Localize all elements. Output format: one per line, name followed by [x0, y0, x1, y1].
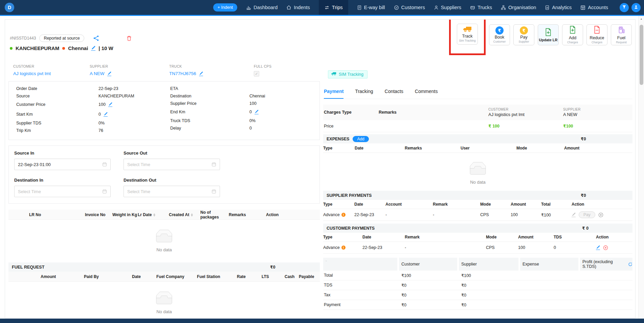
- nav-item-organisation[interactable]: Organisation: [501, 0, 536, 15]
- source-out-field: Source Out Select Time: [124, 151, 220, 170]
- add-expense-button[interactable]: Add: [353, 136, 369, 142]
- sp-row-amount: 100: [511, 212, 541, 217]
- summary-total-supplier: ₹100: [459, 273, 518, 278]
- nav-label: Analytics: [552, 5, 572, 10]
- cancel-customer-payment-icon[interactable]: [603, 245, 608, 250]
- tab-comments[interactable]: Comments: [415, 89, 438, 99]
- share-icon[interactable]: [93, 35, 99, 41]
- scrollbar-thumb[interactable]: [640, 25, 643, 85]
- nav-item-dashboard[interactable]: Dashboard: [246, 0, 277, 15]
- created-at-header[interactable]: Created At: [169, 212, 200, 217]
- summary-tds-supplier: ₹0: [459, 283, 518, 288]
- destination-in-input[interactable]: Select Time: [14, 186, 111, 197]
- tab-tracking[interactable]: Tracking: [355, 89, 373, 99]
- cp-row-amount: 100: [518, 245, 554, 250]
- source-out-input[interactable]: Select Time: [124, 159, 220, 170]
- track-button[interactable]: Track Sim Tracking: [457, 24, 478, 45]
- exp-mode-header: Mode: [516, 146, 564, 151]
- fuel-pump-purple-icon: [618, 26, 625, 35]
- cp-tds-header: TDS: [554, 235, 596, 239]
- document-minus-red-icon: [593, 26, 601, 35]
- add-indent-button[interactable]: + Indent: [213, 3, 238, 11]
- edit-customer-payment-icon[interactable]: [596, 245, 600, 250]
- source-in-input[interactable]: 22-Sep-23 01:00: [14, 159, 111, 170]
- supplier-link[interactable]: A NEW: [90, 71, 105, 76]
- sp-row-account: -: [385, 212, 433, 217]
- sp-row-date: 22-Sep-23: [354, 212, 385, 217]
- no-data-text: No data: [470, 180, 486, 185]
- cancel-supplier-payment-icon[interactable]: [598, 212, 603, 217]
- sort-icon[interactable]: [153, 213, 155, 217]
- tab-payment[interactable]: Payment: [324, 89, 343, 99]
- rupee-circle-yellow-icon: ₹: [520, 26, 528, 34]
- document-plus-green-icon: [569, 26, 576, 35]
- lr-no-header: LR No: [8, 212, 85, 217]
- source-in-field: Source In 22-Sep-23 01:00: [14, 151, 111, 170]
- company-avatar[interactable]: D: [5, 3, 14, 12]
- track-label: Track: [462, 34, 473, 39]
- full-cps-checkbox[interactable]: ✓: [254, 71, 259, 76]
- nav-item-eway-bill[interactable]: E-way bill: [357, 0, 385, 15]
- person-icon: [434, 5, 439, 10]
- edit-customer-price-icon[interactable]: [108, 102, 112, 107]
- nav-item-suppliers[interactable]: Suppliers: [434, 0, 461, 15]
- sim-tracking-label: SIM Tracking: [339, 72, 363, 77]
- sp-row-remark: -: [433, 212, 480, 217]
- fuel-lts-header: LTS: [262, 274, 285, 279]
- profile-button[interactable]: [631, 3, 641, 12]
- cp-row-remark: -: [405, 245, 486, 250]
- edit-route-icon[interactable]: [91, 46, 95, 51]
- fuel-request-button[interactable]: Fuel Request: [611, 24, 632, 45]
- payment-tabs: Payment Tracking Contacts Comments: [323, 89, 632, 99]
- edit-supplier-icon[interactable]: [107, 71, 111, 76]
- source-out-placeholder: Select Time: [127, 162, 212, 167]
- destination-in-field: Destination In Select Time: [14, 178, 111, 197]
- delete-trip-icon[interactable]: [126, 36, 132, 41]
- supplier-payments-bar: SUPPLIER PAYMENTS ₹0: [323, 191, 632, 200]
- destination-out-placeholder: Select Time: [127, 189, 212, 194]
- supplier-payments-header: Type Date Account Remark Mode Amount Tot…: [323, 200, 632, 209]
- calendar-icon: [102, 189, 107, 194]
- nav-label: Customers: [401, 5, 425, 10]
- pay-supplier-button[interactable]: ₹ Pay Supplier: [513, 24, 534, 45]
- charges-supplier-header: SUPPLIERA NEW: [563, 108, 632, 117]
- truck-link[interactable]: TN77HJ6756: [169, 71, 196, 76]
- empty-inbox-icon: [467, 162, 489, 177]
- scroll-up-arrow[interactable]: ▲: [639, 16, 644, 21]
- sort-icon[interactable]: [191, 213, 193, 217]
- summary-tax-label: Tax: [323, 293, 397, 297]
- edit-start-km-icon[interactable]: [104, 112, 108, 117]
- customer-link[interactable]: AJ logistics pvt lmt: [13, 71, 51, 76]
- summary-expense-header: Expense: [520, 258, 578, 271]
- nav-item-trucks[interactable]: Trucks: [470, 0, 492, 15]
- sim-tracking-badge[interactable]: SIM Tracking: [328, 70, 368, 78]
- update-lr-button[interactable]: Update LR: [538, 24, 559, 45]
- summary-customer-header: Customer: [399, 258, 457, 271]
- nav-item-indents[interactable]: Indents: [286, 0, 310, 15]
- filter-button[interactable]: [620, 3, 629, 12]
- edit-end-km-icon[interactable]: [254, 110, 259, 114]
- pay-button-disabled[interactable]: Pay: [579, 211, 595, 218]
- lr-date-header[interactable]: Lr Date: [138, 212, 169, 217]
- edit-truck-icon[interactable]: [199, 71, 203, 76]
- reduce-charges-button[interactable]: Reduce Charges: [586, 24, 607, 45]
- nav-item-trips[interactable]: Trips: [319, 0, 348, 15]
- nav-item-analytics[interactable]: Analytics: [545, 0, 572, 15]
- add-charges-button[interactable]: Add Charges: [562, 24, 583, 45]
- destination-out-input[interactable]: Select Time: [124, 186, 220, 197]
- edit-supplier-payment-icon[interactable]: [572, 212, 576, 217]
- fuel-request-sublabel: Request: [616, 41, 627, 44]
- customer-payments-bar: CUSTOMER PAYMENTS ₹ 0: [323, 224, 632, 233]
- tab-contacts[interactable]: Contacts: [385, 89, 403, 99]
- nav-item-accounts[interactable]: Accounts: [580, 0, 608, 15]
- expenses-table-header: Type Date Remarks User Mode Amount: [323, 143, 632, 153]
- customer-payments-total: ₹ 0: [582, 226, 589, 231]
- refresh-icon[interactable]: [628, 262, 632, 267]
- trip-header-row: #NISSTD1443 Reported at source: [10, 34, 132, 42]
- book-customer-button[interactable]: ₹ Book Customer: [489, 24, 510, 45]
- nav-item-customers[interactable]: Customers: [394, 0, 425, 15]
- trip-right-panel: SIM Tracking Payment Tracking Contacts C…: [323, 64, 632, 310]
- price-row-label: Price: [323, 124, 379, 129]
- party-full-cps: FULL CPS ✓: [254, 64, 320, 76]
- vertical-scrollbar[interactable]: ▲: [638, 16, 644, 323]
